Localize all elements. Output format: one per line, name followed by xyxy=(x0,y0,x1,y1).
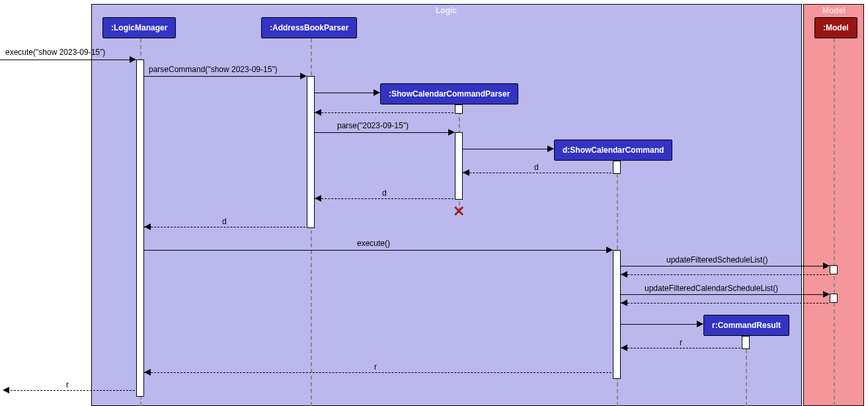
arrow-m6 xyxy=(621,294,828,295)
label-m2: parseCommand("show 2023-09-15") xyxy=(149,65,278,74)
label-m4: execute() xyxy=(357,239,390,248)
arrow-m4 xyxy=(144,250,612,251)
destroy-parser-icon: ✕ xyxy=(452,205,465,218)
participant-command-result: r:CommandResult xyxy=(703,315,789,336)
arrowhead-create-command xyxy=(547,145,554,152)
activation-parser-parse xyxy=(455,132,463,200)
arrowhead-return-m6 xyxy=(621,300,627,306)
activation-logic-manager xyxy=(136,60,144,397)
arrow-return-parser-create xyxy=(315,112,454,113)
arrow-return-r1 xyxy=(621,348,740,348)
participant-logic-manager: :LogicManager xyxy=(102,17,176,38)
arrowhead-return-r3 xyxy=(3,387,9,393)
arrow-return-d1 xyxy=(463,173,612,173)
arrow-create-parser xyxy=(315,93,377,93)
activation-parser-create xyxy=(455,104,463,114)
arrow-create-command xyxy=(463,149,551,149)
arrowhead-m4 xyxy=(606,247,613,253)
activation-model-1 xyxy=(830,265,838,274)
label-return-d3: d xyxy=(222,217,227,226)
label-m1: execute("show 2023-09-15") xyxy=(5,48,105,57)
arrowhead-return-d3 xyxy=(144,223,151,230)
arrowhead-m5 xyxy=(823,263,830,269)
arrow-return-d2 xyxy=(315,198,454,199)
lifeline-model xyxy=(834,38,835,406)
arrowhead-create-result xyxy=(697,321,703,327)
arrow-return-d3 xyxy=(144,227,305,227)
label-return-r3: r xyxy=(66,380,69,389)
arrowhead-create-parser xyxy=(374,89,380,96)
arrowhead-return-r2 xyxy=(144,369,151,376)
participant-address-book-parser: :AddressBookParser xyxy=(261,17,357,38)
label-return-d2: d xyxy=(382,188,387,198)
activation-model-2 xyxy=(830,294,838,303)
activation-command-result xyxy=(742,336,750,349)
activation-show-command-create xyxy=(613,161,621,174)
arrow-return-m6 xyxy=(621,303,828,304)
logic-box-label: Logic xyxy=(436,6,457,15)
arrow-m3 xyxy=(315,132,454,133)
arrowhead-return-d2 xyxy=(315,195,321,202)
arrowhead-m1 xyxy=(130,56,136,63)
arrowhead-return-m5 xyxy=(621,271,627,278)
arrow-m1 xyxy=(0,60,132,60)
arrow-return-r2 xyxy=(144,372,612,373)
arrow-m5 xyxy=(621,266,828,266)
label-return-r1: r xyxy=(680,338,682,347)
arrowhead-return-parser-create xyxy=(315,109,321,116)
label-return-d1: d xyxy=(534,163,539,172)
model-box-label: Model xyxy=(822,6,846,15)
participant-show-calendar-command: d:ShowCalendarCommand xyxy=(554,140,672,161)
arrowhead-m2 xyxy=(300,73,307,79)
activation-address-book-parser xyxy=(307,76,315,228)
arrow-return-r3 xyxy=(4,390,135,391)
arrowhead-m6 xyxy=(823,291,830,298)
arrowhead-m3 xyxy=(448,129,455,136)
label-m6: updateFilteredCalendarScheduleList() xyxy=(645,284,778,293)
arrow-m2 xyxy=(144,76,304,77)
participant-model: :Model xyxy=(814,17,857,38)
activation-show-command-execute xyxy=(613,250,621,379)
participant-show-calendar-command-parser: :ShowCalendarCommandParser xyxy=(380,83,518,104)
label-m5: updateFilteredScheduleList() xyxy=(666,255,768,264)
arrowhead-return-r1 xyxy=(621,345,627,351)
label-return-r2: r xyxy=(374,362,377,372)
label-m3: parse("2023-09-15") xyxy=(337,121,409,130)
arrowhead-return-d1 xyxy=(463,169,469,176)
arrow-return-m5 xyxy=(621,274,828,275)
arrow-create-result xyxy=(621,324,701,325)
